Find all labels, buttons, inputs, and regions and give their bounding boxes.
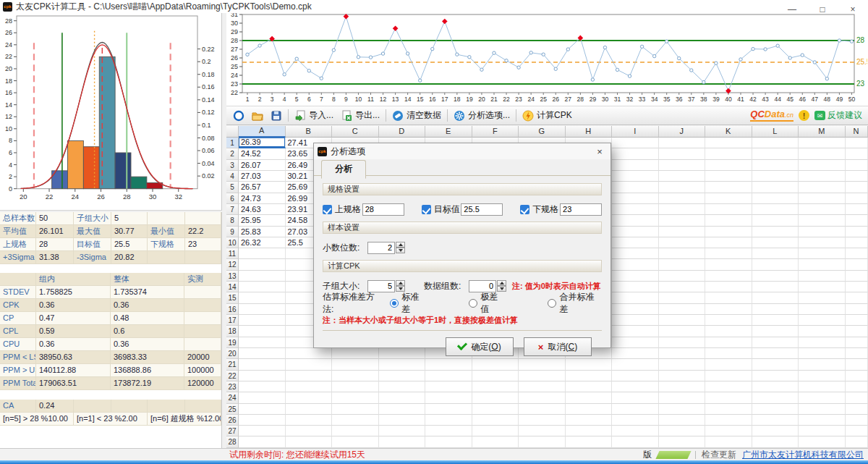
cell-E24[interactable] xyxy=(425,392,472,403)
cell-K28[interactable] xyxy=(705,436,752,447)
cell-F27[interactable] xyxy=(472,426,519,436)
column-header-M[interactable]: M xyxy=(799,126,846,138)
cell-D28[interactable] xyxy=(379,436,426,447)
cell-M4[interactable] xyxy=(799,171,846,182)
cell-F22[interactable] xyxy=(472,371,519,381)
calc-cpk-button[interactable]: 计算CPK xyxy=(519,108,576,123)
cell-I18[interactable] xyxy=(612,326,659,337)
cell-H24[interactable] xyxy=(566,392,613,403)
cell-N22[interactable] xyxy=(846,371,868,381)
cell-N25[interactable] xyxy=(846,404,868,415)
cell-M24[interactable] xyxy=(799,392,846,403)
row-header-21[interactable]: 21 xyxy=(226,359,239,370)
subgroup-up-button[interactable] xyxy=(396,280,405,286)
cell-M12[interactable] xyxy=(799,259,846,270)
cell-A1[interactable]: 26.39 xyxy=(239,138,286,148)
cell-F23[interactable] xyxy=(472,381,519,392)
cell-N7[interactable] xyxy=(846,204,868,215)
cell-A3[interactable]: 26.07 xyxy=(239,160,286,171)
cell-I8[interactable] xyxy=(612,215,659,226)
qcdata-logo[interactable]: QCData.cn xyxy=(750,109,793,122)
cell-I20[interactable] xyxy=(612,348,659,359)
cell-L11[interactable] xyxy=(752,248,799,259)
cell-A16[interactable] xyxy=(239,304,286,315)
cell-J18[interactable] xyxy=(659,326,706,337)
row-header-12[interactable]: 12 xyxy=(226,259,239,270)
cell-K1[interactable] xyxy=(705,138,752,148)
row-header-28[interactable]: 28 xyxy=(226,436,239,447)
column-header-B[interactable]: B xyxy=(286,126,333,138)
cell-J5[interactable] xyxy=(659,182,706,193)
cell-L27[interactable] xyxy=(752,426,799,436)
row-header-13[interactable]: 13 xyxy=(226,271,239,282)
cell-M17[interactable] xyxy=(799,315,846,326)
cell-A24[interactable] xyxy=(239,392,286,403)
cell-A28[interactable] xyxy=(239,436,286,447)
cell-I16[interactable] xyxy=(612,304,659,315)
cell-K25[interactable] xyxy=(705,404,752,415)
cell-N13[interactable] xyxy=(846,271,868,282)
cell-H25[interactable] xyxy=(566,404,613,415)
cell-L25[interactable] xyxy=(752,404,799,415)
cell-L5[interactable] xyxy=(752,182,799,193)
cell-I15[interactable] xyxy=(612,292,659,303)
cell-A23[interactable] xyxy=(239,381,286,392)
feedback-button[interactable]: ✉ 反馈建议 xyxy=(814,109,862,122)
cell-M9[interactable] xyxy=(799,227,846,237)
cell-K17[interactable] xyxy=(705,315,752,326)
open-button[interactable] xyxy=(248,109,267,123)
cell-A5[interactable]: 26.57 xyxy=(239,182,286,193)
column-header-E[interactable]: E xyxy=(425,126,472,138)
column-header-K[interactable]: K xyxy=(705,126,752,138)
cell-M8[interactable] xyxy=(799,215,846,226)
cell-K5[interactable] xyxy=(705,182,752,193)
cell-J1[interactable] xyxy=(659,138,706,148)
cell-K7[interactable] xyxy=(705,204,752,215)
cell-N26[interactable] xyxy=(846,415,868,426)
cell-I11[interactable] xyxy=(612,248,659,259)
cell-L24[interactable] xyxy=(752,392,799,403)
cell-N11[interactable] xyxy=(846,248,868,259)
row-header-10[interactable]: 10 xyxy=(226,237,239,248)
cell-M14[interactable] xyxy=(799,282,846,292)
column-header-F[interactable]: F xyxy=(472,126,519,138)
cell-L26[interactable] xyxy=(752,415,799,426)
row-header-2[interactable]: 2 xyxy=(226,148,239,159)
cell-K18[interactable] xyxy=(705,326,752,337)
cell-L21[interactable] xyxy=(752,359,799,370)
cell-N24[interactable] xyxy=(846,392,868,403)
row-header-5[interactable]: 5 xyxy=(226,182,239,193)
decimals-down-button[interactable] xyxy=(396,248,405,253)
target-checkbox[interactable] xyxy=(422,205,431,214)
cell-E25[interactable] xyxy=(425,404,472,415)
cell-A25[interactable] xyxy=(239,404,286,415)
cell-B28[interactable] xyxy=(286,436,333,447)
cell-K26[interactable] xyxy=(705,415,752,426)
cell-I21[interactable] xyxy=(612,359,659,370)
cell-M6[interactable] xyxy=(799,193,846,204)
cell-J24[interactable] xyxy=(659,392,706,403)
column-header-N[interactable]: N xyxy=(846,126,868,138)
row-header-26[interactable]: 26 xyxy=(226,415,239,426)
cancel-button[interactable]: × 取消(C) xyxy=(524,337,592,356)
cell-J10[interactable] xyxy=(659,237,706,248)
ok-button[interactable]: 确定(O) xyxy=(446,337,514,356)
cell-I12[interactable] xyxy=(612,259,659,270)
cell-M25[interactable] xyxy=(799,404,846,415)
cell-J19[interactable] xyxy=(659,337,706,348)
cell-N16[interactable] xyxy=(846,304,868,315)
radio-range[interactable] xyxy=(469,299,477,308)
cell-N4[interactable] xyxy=(846,171,868,182)
cell-M21[interactable] xyxy=(799,359,846,370)
cell-M18[interactable] xyxy=(799,326,846,337)
cell-D27[interactable] xyxy=(379,426,426,436)
cell-I6[interactable] xyxy=(612,193,659,204)
cell-G22[interactable] xyxy=(519,371,566,381)
cell-K23[interactable] xyxy=(705,381,752,392)
cell-D24[interactable] xyxy=(379,392,426,403)
cell-A13[interactable] xyxy=(239,271,286,282)
row-header-14[interactable]: 14 xyxy=(226,282,239,292)
cell-A26[interactable] xyxy=(239,415,286,426)
cell-J13[interactable] xyxy=(659,271,706,282)
check-update-link[interactable]: 检查更新 xyxy=(702,449,736,461)
